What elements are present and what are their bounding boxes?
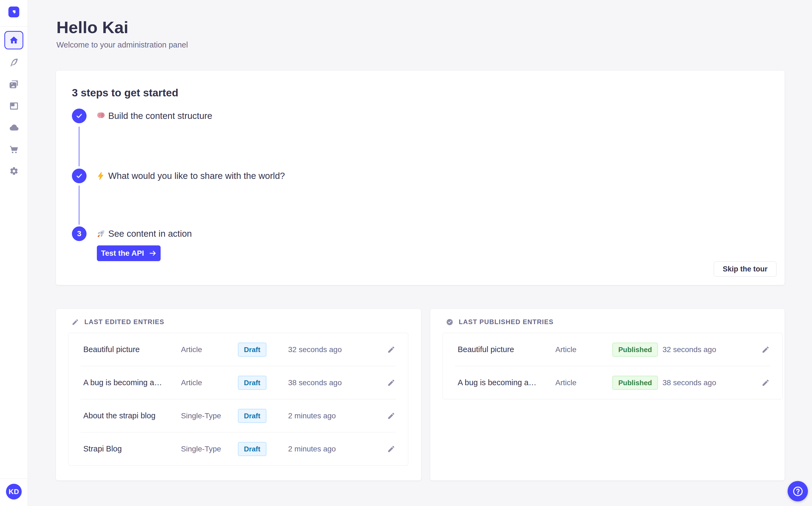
step-3-status-circle: 3 — [72, 227, 87, 241]
status-badge: Published — [612, 376, 658, 390]
step-1-label: Build the content structure — [108, 111, 212, 121]
last-edited-table: Beautiful picture Article Draft 32 secon… — [68, 333, 408, 466]
entry-title: Beautiful picture — [83, 345, 181, 354]
test-the-api-label: Test the API — [101, 249, 144, 258]
pencil-icon — [387, 379, 395, 387]
cloud-icon — [9, 123, 19, 133]
step-3-label: See content in action — [108, 229, 192, 239]
entry-kind: Article — [555, 378, 612, 387]
onboarding-title: 3 steps to get started — [72, 87, 178, 99]
edit-entry-button[interactable] — [385, 377, 397, 389]
status-badge: Draft — [238, 409, 267, 423]
edit-entry-button[interactable] — [385, 410, 397, 422]
home-icon — [9, 35, 19, 45]
last-edited-title: LAST EDITED ENTRIES — [84, 318, 165, 326]
table-row: Strapi Blog Single-Type Draft 2 minutes … — [68, 432, 408, 465]
sidebar-item-settings[interactable] — [0, 164, 28, 178]
entry-title: About the strapi blog — [83, 411, 181, 420]
check-icon — [76, 172, 83, 179]
edit-entry-button[interactable] — [385, 344, 397, 356]
feather-icon — [9, 58, 19, 67]
page-subtitle: Welcome to your administration panel — [57, 40, 188, 50]
arrow-right-icon — [149, 249, 157, 257]
check-icon — [76, 112, 83, 119]
test-the-api-button[interactable]: Test the API — [97, 245, 161, 261]
sidebar-item-home[interactable] — [4, 31, 23, 50]
user-avatar[interactable]: KD — [6, 484, 22, 500]
entry-title: Beautiful picture — [458, 345, 555, 354]
layout-icon — [9, 101, 19, 111]
brain-emoji — [96, 111, 106, 120]
zap-emoji-glyph — [96, 171, 106, 180]
cart-icon — [9, 145, 19, 154]
last-published-title: LAST PUBLISHED ENTRIES — [459, 318, 554, 326]
sidebar-item-cloud[interactable] — [0, 121, 28, 135]
step-2-label: What would you like to share with the wo… — [108, 171, 285, 181]
status-badge: Draft — [238, 442, 267, 456]
entry-kind: Article — [555, 345, 612, 354]
step-3-see-content-in-action[interactable]: 3 See content in action — [72, 227, 192, 241]
table-row: Beautiful picture Article Published 32 s… — [443, 333, 783, 366]
help-button[interactable] — [788, 481, 808, 501]
status-badge: Draft — [238, 343, 267, 357]
check-circle-icon — [446, 318, 453, 326]
pencil-icon — [387, 346, 395, 354]
sidebar-divider-bottom — [0, 479, 28, 479]
sidebar-item-media-library[interactable] — [0, 77, 28, 91]
entry-time: 32 seconds ago — [663, 345, 752, 354]
onboarding-card: 3 steps to get started Build the content… — [56, 71, 785, 285]
sidebar-item-content-manager[interactable] — [0, 56, 28, 69]
last-edited-entries-widget: LAST EDITED ENTRIES Beautiful picture Ar… — [56, 309, 421, 481]
last-edited-header: LAST EDITED ENTRIES — [72, 318, 165, 326]
table-row: About the strapi blog Single-Type Draft … — [68, 399, 408, 432]
skip-the-tour-button[interactable]: Skip the tour — [714, 261, 777, 277]
status-badge: Published — [612, 343, 658, 357]
step-2-share-with-world[interactable]: What would you like to share with the wo… — [72, 169, 285, 183]
pencil-icon — [387, 412, 395, 420]
pencil-icon — [387, 445, 395, 453]
entry-time: 2 minutes ago — [288, 445, 378, 453]
entry-title: Strapi Blog — [83, 444, 181, 453]
table-row: A bug is becoming a… Article Published 3… — [443, 366, 783, 399]
entry-title: A bug is becoming a… — [83, 378, 181, 387]
sidebar-item-content-type-builder[interactable] — [0, 99, 28, 113]
last-published-header: LAST PUBLISHED ENTRIES — [446, 318, 554, 326]
gear-icon — [9, 166, 19, 176]
sidebar-item-marketplace[interactable] — [0, 143, 28, 156]
entry-kind: Article — [181, 345, 238, 354]
rocket-emoji-glyph — [96, 229, 106, 238]
pencil-icon — [762, 379, 770, 387]
page-title: Hello Kai — [57, 19, 128, 36]
entry-time: 38 seconds ago — [663, 378, 752, 387]
step-connector-1 — [79, 126, 80, 166]
zap-emoji — [96, 171, 106, 180]
table-row: A bug is becoming a… Article Draft 38 se… — [68, 366, 408, 399]
edit-entry-button[interactable] — [385, 443, 397, 455]
question-circle-icon — [792, 486, 804, 497]
last-published-entries-widget: LAST PUBLISHED ENTRIES Beautiful picture… — [430, 309, 785, 481]
sidebar: KD — [0, 0, 28, 506]
entry-time: 2 minutes ago — [288, 412, 378, 420]
table-row: Beautiful picture Article Draft 32 secon… — [68, 333, 408, 366]
step-connector-2 — [79, 185, 80, 225]
last-published-table: Beautiful picture Article Published 32 s… — [442, 333, 783, 399]
pencil-icon — [762, 346, 770, 354]
entry-time: 32 seconds ago — [288, 345, 378, 354]
step-2-status-circle — [72, 169, 87, 183]
rocket-emoji — [96, 229, 106, 238]
brain-emoji-glyph — [96, 111, 106, 120]
status-badge: Draft — [238, 376, 267, 390]
edit-entry-button[interactable] — [759, 344, 772, 356]
entry-time: 38 seconds ago — [288, 378, 378, 387]
step-1-build-content-structure[interactable]: Build the content structure — [72, 108, 212, 123]
step-1-status-circle — [72, 108, 87, 123]
strapi-logo — [8, 6, 19, 17]
edit-entry-button[interactable] — [759, 377, 772, 389]
step-3-number: 3 — [77, 229, 81, 238]
images-icon — [9, 80, 19, 89]
entry-kind: Single-Type — [181, 445, 238, 453]
entry-kind: Single-Type — [181, 412, 238, 420]
strapi-logo-glyph — [10, 8, 17, 15]
pencil-icon — [72, 318, 79, 326]
entry-kind: Article — [181, 378, 238, 387]
